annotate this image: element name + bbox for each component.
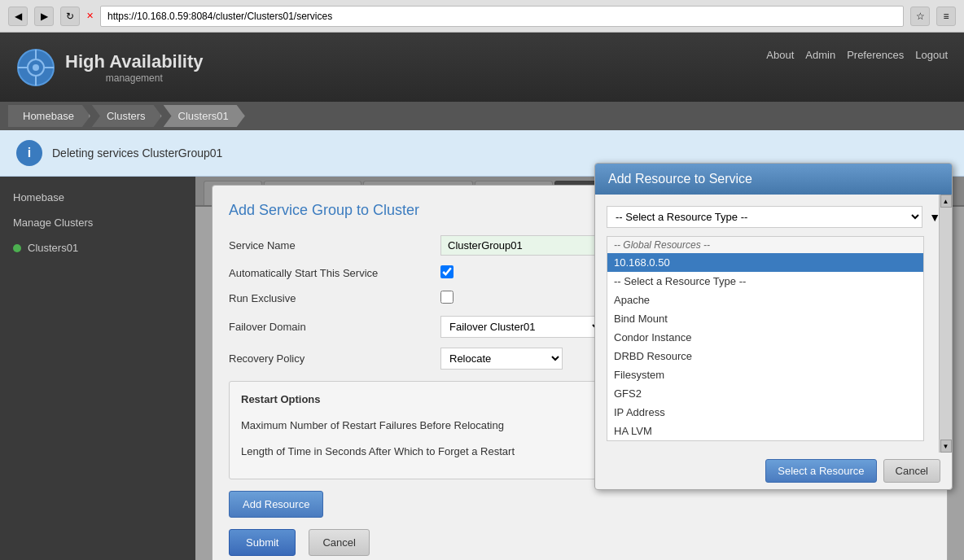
browser-chrome: ◀ ▶ ↻ ✕ ☆ ≡: [0, 0, 964, 33]
service-name-label: Service Name: [229, 239, 440, 252]
info-icon: i: [16, 140, 42, 166]
scroll-down-button[interactable]: ▼: [940, 440, 952, 453]
url-bar[interactable]: [100, 6, 904, 27]
info-message: Deleting services ClusterGroup01: [52, 147, 222, 160]
resource-list-item-ip-address[interactable]: IP Address: [607, 403, 923, 422]
failover-domain-select[interactable]: Failover Cluster01: [440, 316, 603, 338]
breadcrumb-homebase[interactable]: Homebase: [8, 105, 90, 127]
resource-list-item-drbd[interactable]: DRBD Resource: [607, 347, 923, 365]
preferences-link[interactable]: Preferences: [847, 49, 904, 61]
resource-list-item-ip[interactable]: 10.168.0.50: [607, 253, 923, 272]
resource-modal-body: ▲ ▼ -- Select a Resource Type -- ▼ -- Gl…: [595, 195, 952, 453]
submit-button[interactable]: Submit: [229, 529, 296, 556]
service-name-input[interactable]: [440, 235, 603, 256]
logout-link[interactable]: Logout: [915, 49, 948, 61]
resource-list-item-condor[interactable]: Condor Instance: [607, 328, 923, 347]
menu-icon[interactable]: ≡: [936, 7, 956, 26]
resource-list-group-global: -- Global Resources --: [607, 237, 923, 253]
about-link[interactable]: About: [766, 49, 794, 61]
select-resource-button[interactable]: Select a Resource: [765, 459, 876, 483]
modal-footer: Submit Cancel: [229, 529, 931, 556]
back-button[interactable]: ◀: [8, 7, 28, 26]
resource-list: -- Global Resources -- 10.168.0.50 -- Se…: [607, 236, 924, 441]
app-header: High Availability management About Admin…: [0, 33, 964, 102]
resource-type-select[interactable]: -- Select a Resource Type --: [607, 206, 922, 228]
reload-button[interactable]: ↻: [60, 7, 80, 26]
star-icon[interactable]: ☆: [910, 7, 930, 26]
resource-list-item-bind-mount[interactable]: Bind Mount: [607, 309, 923, 328]
resource-list-item-gfs2[interactable]: GFS2: [607, 384, 923, 403]
logo: High Availability management: [16, 48, 204, 87]
recovery-policy-select[interactable]: Relocate: [440, 348, 563, 370]
security-warning-icon: ✕: [86, 11, 94, 21]
sidebar: Homebase Manage Clusters Clusters01: [0, 177, 195, 560]
cluster-label: Clusters01: [28, 242, 78, 254]
admin-link[interactable]: Admin: [805, 49, 835, 61]
resource-modal-footer: Select a Resource Cancel: [595, 453, 952, 489]
logo-icon: [16, 48, 55, 87]
resource-modal-scrollbar: ▲ ▼: [939, 195, 952, 453]
add-resource-modal: Add Resource to Service ▲ ▼ -- Select a …: [594, 163, 953, 490]
resource-list-item-apache[interactable]: Apache: [607, 291, 923, 309]
resource-modal-title: Add Resource to Service: [608, 172, 939, 186]
app-subtitle: management: [65, 72, 204, 84]
cluster-status-dot: [13, 244, 21, 252]
resource-type-row: -- Select a Resource Type -- ▼: [607, 206, 940, 228]
resource-cancel-button[interactable]: Cancel: [883, 459, 940, 483]
auto-start-checkbox[interactable]: [440, 265, 454, 278]
breadcrumb-clusters01[interactable]: Clusters01: [164, 105, 245, 127]
svg-point-6: [33, 64, 39, 71]
resource-list-item-filesystem[interactable]: Filesystem: [607, 365, 923, 384]
resource-list-item-ha-lvm[interactable]: HA LVM: [607, 422, 923, 440]
failover-domain-label: Failover Domain: [229, 321, 440, 333]
cancel-button[interactable]: Cancel: [309, 529, 369, 556]
breadcrumb-clusters[interactable]: Clusters: [92, 105, 162, 127]
sidebar-cluster-clusters01[interactable]: Clusters01: [0, 235, 195, 260]
app-title: High Availability: [65, 51, 204, 72]
forward-button[interactable]: ▶: [34, 7, 54, 26]
resource-modal-header: Add Resource to Service: [595, 164, 952, 195]
run-exclusive-checkbox[interactable]: [440, 291, 454, 304]
add-resource-button[interactable]: Add Resource: [229, 491, 323, 518]
header-nav: About Admin Preferences Logout: [766, 49, 948, 61]
run-exclusive-label: Run Exclusive: [229, 292, 440, 304]
recovery-policy-label: Recovery Policy: [229, 352, 440, 365]
sidebar-item-homebase[interactable]: Homebase: [0, 185, 195, 210]
resource-list-item-select-type[interactable]: -- Select a Resource Type --: [607, 272, 923, 291]
scroll-up-button[interactable]: ▲: [940, 195, 952, 208]
sidebar-item-manage-clusters[interactable]: Manage Clusters: [0, 210, 195, 235]
auto-start-label: Automatically Start This Service: [229, 267, 440, 279]
breadcrumb: Homebase Clusters Clusters01: [0, 102, 964, 130]
